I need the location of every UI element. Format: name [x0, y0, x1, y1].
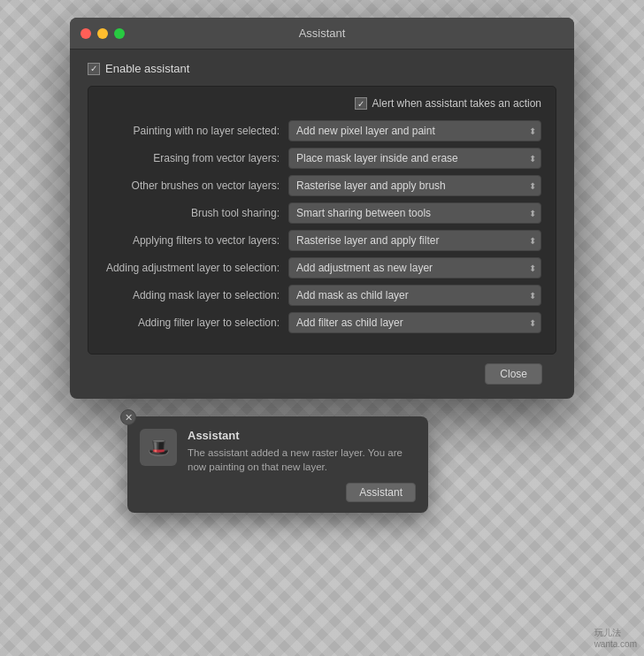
setting-row: Applying filters to vector layers:Raster…	[103, 230, 541, 251]
setting-row: Adding adjustment layer to selection:Add…	[103, 257, 541, 278]
select-wrapper: Add new pixel layer and paintDo nothingA…	[288, 120, 541, 141]
zoom-traffic-light[interactable]	[114, 28, 125, 39]
setting-row: Erasing from vector layers:Place mask la…	[103, 148, 541, 169]
select-wrapper: Smart sharing between toolsDo nothingAsk…	[288, 202, 541, 224]
setting-select[interactable]: Place mask layer inside and eraseDo noth…	[288, 148, 541, 169]
setting-label: Applying filters to vector layers:	[103, 234, 288, 247]
select-wrapper: Add adjustment as new layerDo nothingAsk…	[288, 257, 541, 278]
setting-label: Painting with no layer selected:	[103, 125, 288, 137]
setting-label: Adding filter layer to selection:	[103, 317, 288, 329]
notification-text: Assistant The assistant added a new rast…	[188, 429, 416, 474]
enable-assistant-checkbox[interactable]: ✓ Enable assistant	[88, 62, 189, 75]
setting-select[interactable]: Add filter as child layerDo nothingAsk m…	[288, 312, 541, 333]
select-wrapper: Rasterise layer and apply brushDo nothin…	[288, 175, 541, 196]
setting-row: Adding mask layer to selection:Add mask …	[103, 285, 541, 306]
settings-panel: ✓ Alert when assistant takes an action P…	[88, 86, 556, 355]
select-wrapper: Add filter as child layerDo nothingAsk m…	[288, 312, 541, 333]
notification-icon: 🎩	[140, 429, 177, 466]
alert-label: Alert when assistant takes an action	[372, 97, 541, 110]
enable-assistant-label: Enable assistant	[105, 62, 189, 75]
select-wrapper: Place mask layer inside and eraseDo noth…	[288, 148, 541, 169]
dialog-footer: Close	[88, 355, 556, 385]
setting-select[interactable]: Add new pixel layer and paintDo nothingA…	[288, 120, 541, 141]
setting-label: Erasing from vector layers:	[103, 152, 288, 164]
notification-body: The assistant added a new raster layer. …	[188, 446, 416, 474]
minimize-traffic-light[interactable]	[97, 28, 108, 39]
notification-close-button[interactable]: ✕	[120, 409, 136, 425]
assistant-dialog: Assistant ✓ Enable assistant ✓ Alert whe…	[70, 18, 574, 399]
alert-checkbox-icon[interactable]: ✓	[355, 97, 367, 110]
checkbox-icon: ✓	[88, 63, 100, 75]
notification-footer: Assistant	[140, 483, 416, 502]
notification-content: 🎩 Assistant The assistant added a new ra…	[140, 429, 416, 474]
enable-row: ✓ Enable assistant	[88, 62, 556, 75]
close-traffic-light[interactable]	[80, 28, 91, 39]
settings-rows: Painting with no layer selected:Add new …	[103, 120, 541, 333]
select-wrapper: Rasterise layer and apply filterDo nothi…	[288, 230, 541, 251]
setting-select[interactable]: Rasterise layer and apply brushDo nothin…	[288, 175, 541, 196]
setting-label: Adding mask layer to selection:	[103, 289, 288, 301]
setting-label: Adding adjustment layer to selection:	[103, 262, 288, 274]
setting-row: Brush tool sharing:Smart sharing between…	[103, 202, 541, 224]
notification-popup: ✕ 🎩 Assistant The assistant added a new …	[127, 416, 428, 513]
titlebar: Assistant	[70, 18, 574, 50]
setting-label: Other brushes on vector layers:	[103, 179, 288, 192]
alert-row: ✓ Alert when assistant takes an action	[103, 97, 541, 110]
setting-label: Brush tool sharing:	[103, 207, 288, 219]
dialog-title: Assistant	[299, 27, 346, 40]
traffic-lights	[80, 28, 125, 39]
notification-assistant-button[interactable]: Assistant	[346, 483, 416, 502]
setting-select[interactable]: Rasterise layer and apply filterDo nothi…	[288, 230, 541, 251]
setting-row: Painting with no layer selected:Add new …	[103, 120, 541, 141]
setting-row: Other brushes on vector layers:Rasterise…	[103, 175, 541, 196]
close-button[interactable]: Close	[485, 363, 542, 385]
notification-title: Assistant	[188, 429, 416, 442]
setting-select[interactable]: Add mask as child layerDo nothingAsk me	[288, 285, 541, 306]
dialog-body: ✓ Enable assistant ✓ Alert when assistan…	[70, 50, 574, 399]
select-wrapper: Add mask as child layerDo nothingAsk me	[288, 285, 541, 306]
setting-row: Adding filter layer to selection:Add fil…	[103, 312, 541, 333]
setting-select[interactable]: Smart sharing between toolsDo nothingAsk…	[288, 202, 541, 224]
watermark: 玩儿法wanta.com	[594, 627, 637, 649]
setting-select[interactable]: Add adjustment as new layerDo nothingAsk…	[288, 257, 541, 278]
